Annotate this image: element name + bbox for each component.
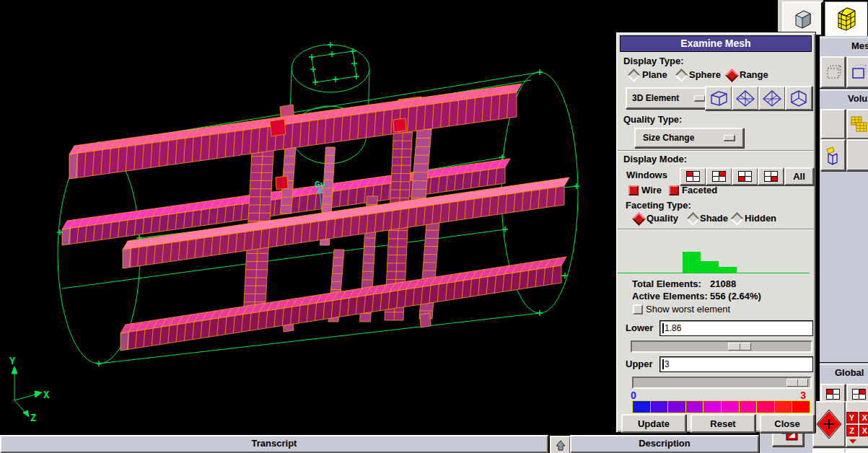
mesh-button[interactable] (823, 0, 868, 38)
quality-histogram (618, 239, 810, 273)
text-cursor (662, 359, 664, 369)
tet-element-icon-1 (735, 89, 756, 107)
total-elements-label: Total Elements: (632, 278, 701, 289)
active-elements-value: 556 (2.64%) (710, 291, 761, 302)
lower-input[interactable]: 1.86 (659, 320, 813, 336)
lower-slider[interactable] (631, 340, 812, 353)
color-scale-segment (740, 401, 758, 413)
histogram-baseline (618, 273, 810, 273)
hexa-solid-button[interactable] (846, 56, 868, 88)
wire-checkbox[interactable] (628, 185, 639, 195)
quality-type-dropdown[interactable]: Size Change (634, 128, 744, 148)
mesh-beam (120, 257, 566, 351)
show-worst-checkbox[interactable] (633, 304, 643, 315)
axis-view-tile: Z (846, 425, 858, 436)
option-menu-glyph (724, 135, 735, 141)
hidden-radio-label[interactable]: Hidden (745, 213, 776, 224)
shade-radio-label[interactable]: Shade (700, 213, 728, 224)
reset-button[interactable]: Reset (691, 414, 755, 433)
volume-mesh-button[interactable] (846, 109, 868, 139)
bad-quality-element (276, 176, 288, 190)
range-radio-label[interactable]: Range (740, 69, 768, 80)
close-button[interactable]: Close (760, 414, 815, 433)
dropdown-triangle-icon (849, 439, 857, 444)
hidden-radio[interactable] (730, 212, 743, 225)
display-type-label: Display Type: (623, 56, 684, 66)
color-scale-segment (668, 401, 686, 413)
red-diamond-icon (815, 408, 843, 440)
sphere-radio-label[interactable]: Sphere (689, 69, 721, 80)
windows-all-button[interactable]: All (784, 167, 814, 185)
quality-type-label: Quality Type: (623, 114, 682, 125)
upper-value: 3 (665, 359, 670, 369)
active-elements-label: Active Elements: (632, 291, 708, 302)
quality-radio-label[interactable]: Quality (646, 213, 678, 224)
window-1-button[interactable] (680, 167, 706, 185)
update-button-label: Update (638, 418, 670, 429)
global-section-header: Global C (820, 364, 868, 382)
hex-element-button[interactable] (705, 86, 732, 110)
open-block-button[interactable] (820, 139, 846, 171)
option-menu-glyph (694, 95, 706, 102)
tet-element-button-2[interactable] (758, 86, 786, 110)
dashed-cube-icon (825, 63, 842, 81)
quality-radio[interactable] (632, 212, 645, 225)
color-scale-segment (686, 401, 704, 413)
description-bar[interactable]: Description (570, 435, 759, 453)
dialog-title-bar[interactable]: Examine Mesh (620, 35, 812, 52)
update-button[interactable]: Update (621, 414, 686, 433)
close-button-label: Close (774, 418, 799, 429)
description-label: Description (639, 438, 691, 449)
mesh-cube-icon (833, 4, 860, 33)
transcript-expand-button[interactable] (550, 436, 571, 453)
quadrant-bl-icon (738, 171, 752, 182)
mesh-beam (69, 84, 522, 179)
tet-element-icon-2 (761, 89, 783, 107)
volume-section-header: Volu (820, 90, 868, 106)
quality-type-value: Size Change (643, 133, 694, 143)
range-radio[interactable] (725, 69, 738, 82)
faceted-checkbox-label[interactable]: Faceted (682, 185, 717, 195)
volume-tool-button-2[interactable] (846, 139, 868, 171)
axis-views-button[interactable]: YXZX (846, 401, 868, 447)
color-scale-segment (633, 401, 651, 413)
quadrant-tl-icon (686, 171, 700, 182)
window-2-button[interactable] (706, 167, 732, 185)
upper-input[interactable]: 3 (659, 356, 813, 372)
axis-triad: YXZ (9, 356, 50, 424)
axis-view-tile: X (859, 412, 868, 423)
window-3-button[interactable] (732, 167, 758, 185)
svg-text:Gy: Gy (315, 180, 326, 190)
yellow-mesh-icon (850, 115, 868, 133)
show-worst-label[interactable]: Show worst element (646, 304, 730, 315)
volume-tool-button-1[interactable] (820, 109, 846, 139)
wire-checkbox-label[interactable]: Wire (641, 185, 662, 195)
sphere-radio[interactable] (675, 69, 688, 82)
color-scale-segment (703, 401, 722, 413)
faceting-type-label: Faceting Type: (626, 200, 691, 211)
center-view-button[interactable] (812, 401, 846, 447)
transcript-bar[interactable]: Transcript (0, 435, 548, 453)
upper-slider-thumb[interactable] (786, 379, 808, 387)
divider (820, 88, 868, 89)
prism-element-button[interactable] (785, 86, 812, 110)
tet-element-button-1[interactable] (732, 86, 759, 110)
histogram-bar (719, 267, 737, 273)
hexa-dashed-button[interactable] (820, 56, 846, 88)
upper-label: Upper (626, 359, 653, 369)
window-4-button[interactable] (758, 167, 784, 185)
plane-radio-label[interactable]: Plane (642, 69, 667, 80)
lower-slider-thumb[interactable] (728, 343, 751, 351)
plane-radio[interactable] (627, 69, 640, 82)
upper-slider[interactable] (632, 377, 812, 389)
mesh-section-header: Mes (820, 38, 868, 53)
scale-min-label: 0 (631, 390, 636, 401)
display-mode-label: Display Mode: (623, 154, 687, 164)
axis-y-label: Y (9, 356, 16, 367)
mesh-structure (62, 84, 569, 351)
element-type-dropdown[interactable]: 3D Element (626, 87, 712, 109)
shade-radio[interactable] (686, 212, 699, 225)
axis-view-tile: X (859, 425, 868, 436)
faceted-checkbox[interactable] (669, 185, 679, 195)
right-panel: Mes Volu Global C (819, 36, 868, 435)
